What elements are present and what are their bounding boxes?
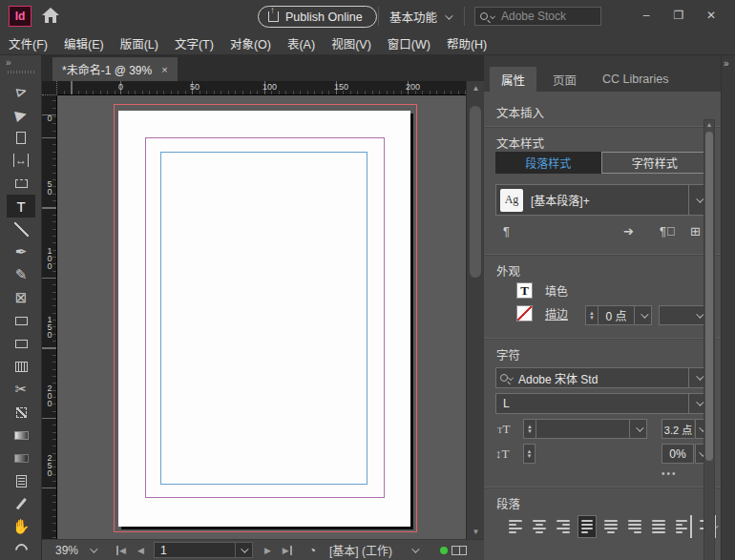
justify-last-center-button[interactable] xyxy=(601,515,620,538)
paragraph-style-dropdown[interactable]: Ag [基本段落]+ xyxy=(495,184,708,216)
maximize-button[interactable]: ❐ xyxy=(662,4,695,27)
stepper-arrows-icon[interactable]: ▲▼ xyxy=(586,306,598,324)
justify-last-left-button[interactable] xyxy=(578,515,597,538)
font-family-dropdown[interactable]: Adobe 宋体 Std xyxy=(495,367,708,388)
zoom-level[interactable]: 39% xyxy=(55,544,78,557)
scrollbar-thumb[interactable] xyxy=(705,132,713,461)
fill-swatch-icon[interactable]: T xyxy=(516,282,533,299)
pencil-tool[interactable]: ✎ xyxy=(7,263,35,286)
stepper-arrows-icon[interactable]: ▲▼ xyxy=(524,445,535,463)
rectangle-tool[interactable] xyxy=(7,309,35,332)
scissors-tool[interactable]: ✂ xyxy=(7,378,35,401)
leading-value-box[interactable]: 3.2 点 xyxy=(662,419,694,439)
ruler-origin[interactable] xyxy=(42,81,57,95)
document-tab[interactable]: *未命名-1 @ 39% × xyxy=(52,57,178,81)
vertical-ruler[interactable]: 050100150200250 xyxy=(42,95,57,539)
menu-item-5[interactable]: 表(A) xyxy=(287,34,315,52)
stroke-label[interactable]: 描边 xyxy=(545,305,568,321)
gradient-feather-tool[interactable] xyxy=(7,446,35,469)
zoom-tool[interactable] xyxy=(7,538,35,560)
menu-item-8[interactable]: 帮助(H) xyxy=(447,34,487,52)
preflight-icon[interactable]: ◔ xyxy=(309,544,316,557)
align-left-button[interactable] xyxy=(506,515,525,538)
page-dropdown[interactable] xyxy=(235,543,252,557)
note-tool[interactable] xyxy=(7,469,35,492)
panel-tab-cc-libraries[interactable]: CC Libraries xyxy=(591,67,680,92)
page-number-field[interactable]: 1 xyxy=(154,542,253,558)
direct-selection-tool[interactable]: ▶ xyxy=(7,103,35,126)
pen-tool[interactable]: ✒ xyxy=(7,240,35,263)
hand-tool[interactable]: ✋ xyxy=(7,515,35,538)
panel-tab-0[interactable]: 属性 xyxy=(490,67,536,92)
menu-item-3[interactable]: 文字(T) xyxy=(175,34,214,52)
scroll-up-icon[interactable]: ▲ xyxy=(704,121,714,128)
publish-online-button[interactable]: Publish Online xyxy=(258,6,377,28)
horizontal-ruler[interactable]: 050100150200 xyxy=(57,81,466,95)
stepper-arrows-icon[interactable]: ▲▼ xyxy=(524,420,536,438)
tracking-value-box[interactable]: 0% xyxy=(662,444,694,464)
more-options-button[interactable]: ••• xyxy=(662,468,678,479)
scroll-up-icon[interactable]: ▲ xyxy=(467,84,485,93)
next-page-button[interactable]: ▶ xyxy=(264,546,271,555)
menu-item-0[interactable]: 文件(F) xyxy=(9,34,48,52)
free-transform-tool[interactable] xyxy=(7,401,35,424)
adobe-stock-search-input[interactable]: Adobe Stock xyxy=(474,7,601,26)
previous-page-button[interactable]: ◀ xyxy=(137,546,144,555)
paragraph-styles-button[interactable]: 段落样式 xyxy=(495,152,601,174)
zoom-chevron-icon[interactable] xyxy=(90,545,97,552)
close-tab-icon[interactable]: × xyxy=(161,64,167,75)
polygon-tool[interactable] xyxy=(7,332,35,355)
justify-last-right-button[interactable] xyxy=(625,515,644,538)
type-tool[interactable]: T xyxy=(7,195,35,218)
gradient-swatch-tool[interactable] xyxy=(7,424,35,446)
font-size-combo[interactable]: ▲▼ xyxy=(523,419,647,439)
align-right-button[interactable] xyxy=(554,515,573,538)
stroke-swatch-icon[interactable] xyxy=(516,305,533,321)
font-size-chevron-icon[interactable] xyxy=(629,420,646,438)
align-center-button[interactable] xyxy=(530,515,549,538)
align-toward-spine-button[interactable] xyxy=(673,515,692,538)
line-tool[interactable] xyxy=(7,218,35,240)
preflight-profile[interactable]: [基本] (工作) xyxy=(329,542,392,558)
preflight-chevron-icon[interactable] xyxy=(411,545,419,552)
panel-scrollbar[interactable]: ▲ ▼ xyxy=(704,119,715,560)
character-styles-button[interactable]: 字符样式 xyxy=(601,152,709,174)
canvas-vertical-scrollbar[interactable]: ▲ ▼ xyxy=(466,81,484,539)
redefine-style-icon[interactable]: ➔ xyxy=(623,224,634,239)
close-button[interactable]: ✕ xyxy=(695,4,727,27)
create-style-icon[interactable]: ⊞ xyxy=(690,224,701,239)
scroll-down-icon[interactable]: ▼ xyxy=(467,528,485,536)
page-tool[interactable] xyxy=(7,126,35,149)
document-canvas[interactable]: 050100150200 050100150200250 xyxy=(42,81,466,539)
workspace-switcher[interactable]: 基本功能 xyxy=(389,8,451,26)
first-page-button[interactable]: ◀ xyxy=(116,546,126,555)
collapse-panel-icon[interactable]: » xyxy=(724,58,729,69)
stroke-weight-stepper[interactable]: ▲▼ 0 点 xyxy=(585,305,652,325)
tracking-stepper[interactable]: ▲▼ xyxy=(523,444,536,464)
font-style-dropdown[interactable]: L xyxy=(495,393,708,414)
tools-grip-handle[interactable] xyxy=(8,71,34,73)
menu-item-2[interactable]: 版面(L) xyxy=(120,34,158,52)
minimize-button[interactable]: – xyxy=(630,4,662,27)
menu-item-4[interactable]: 对象(O) xyxy=(230,34,271,52)
home-icon[interactable] xyxy=(40,5,61,26)
last-page-button[interactable]: ▶ xyxy=(283,546,292,555)
scrollbar-thumb[interactable] xyxy=(470,106,481,278)
menu-item-1[interactable]: 编辑(E) xyxy=(64,34,104,52)
justify-all-button[interactable] xyxy=(649,515,668,538)
menu-item-7[interactable]: 窗口(W) xyxy=(388,34,430,52)
panel-tab-1[interactable]: 页面 xyxy=(541,67,588,92)
content-collector-tool[interactable] xyxy=(7,172,35,195)
expand-tools-icon[interactable]: » xyxy=(6,57,10,68)
stroke-type-dropdown[interactable] xyxy=(659,305,708,325)
grid-tool[interactable] xyxy=(7,355,35,378)
paragraph-mark-icon[interactable]: ¶ xyxy=(503,224,510,239)
gap-tool[interactable]: ↔ xyxy=(7,149,35,172)
text-frame[interactable] xyxy=(160,152,368,485)
selection-tool[interactable]: ⊳ xyxy=(7,80,35,103)
menu-item-6[interactable]: 视图(V) xyxy=(331,34,371,52)
eyedropper-tool[interactable] xyxy=(7,492,35,515)
stroke-weight-chevron-icon[interactable] xyxy=(634,306,651,324)
rectangle-frame-tool[interactable]: ⊠ xyxy=(7,286,35,309)
clear-overrides-icon[interactable]: ¶⃫ xyxy=(660,224,676,239)
